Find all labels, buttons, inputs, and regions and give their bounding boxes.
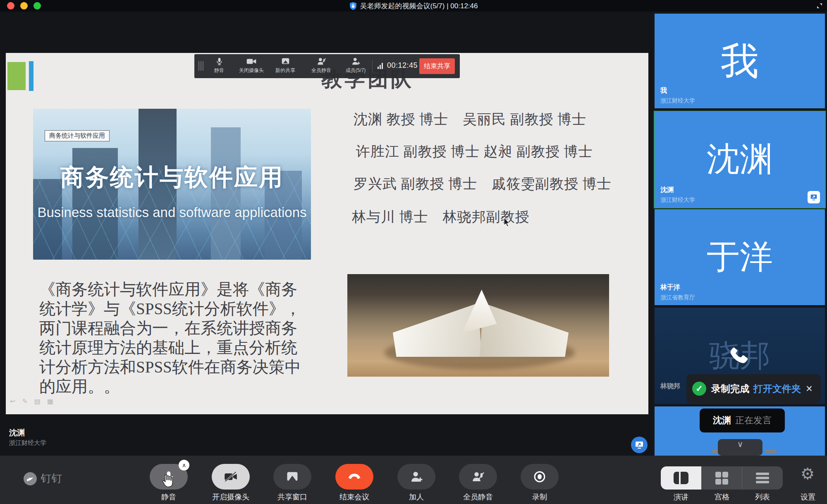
mute-all-button[interactable]: [459, 464, 497, 490]
settings-gear-icon[interactable]: ⚙: [801, 465, 815, 483]
open-book-image: [347, 274, 609, 377]
camera-on-button[interactable]: [212, 464, 250, 490]
share-control-toolbar: 静音 关闭摄像头 新的共享: [194, 54, 460, 78]
view-mode-list[interactable]: [742, 466, 783, 490]
end-share-button[interactable]: 结束共享: [419, 58, 455, 74]
description-line: 统计学》与《SPSS统计分析软件》，: [39, 299, 329, 318]
cover-subheading: Business statistics and software applica…: [33, 205, 311, 220]
record-button[interactable]: [521, 464, 559, 490]
participant-name: 林骁邦: [660, 382, 680, 391]
participants-sidebar: 我 我 浙江财经大学 沈渊 沈渊 浙江财经大学 于洋 林于洋 浙江省教育厅 骁邦: [653, 12, 827, 456]
speaker-view-icon: [674, 472, 688, 484]
brand-name: 钉钉: [41, 471, 62, 486]
participant-tile-yuyang[interactable]: 于洋 林于洋 浙江省教育厅: [655, 209, 825, 305]
presenter-name: 沈渊: [9, 428, 25, 438]
end-meeting-button[interactable]: [335, 464, 373, 490]
description-line: 的应用。。: [39, 377, 329, 396]
view-mode-switcher: [661, 466, 783, 490]
board-icon: ▤: [34, 397, 41, 405]
mute-all-label: 全员静音: [447, 492, 509, 502]
description-line: 统计原理方法的基础上，重点分析统: [39, 338, 329, 357]
screen-sharing-indicator-icon: [631, 437, 648, 453]
slide-blue-accent: [29, 61, 33, 91]
camera-off-icon: [224, 471, 238, 483]
participant-avatar-text: 我: [655, 14, 825, 108]
cover-tag: 商务统计与软件应用: [45, 130, 110, 141]
toolbar-mute-all-button[interactable]: 全员静音: [303, 57, 340, 74]
security-shield-lock-icon: [349, 2, 357, 10]
mute-options-chevron-button[interactable]: ∧: [179, 460, 189, 471]
share-window-icon: [286, 471, 299, 483]
participant-name: 我: [660, 86, 667, 95]
add-person-button[interactable]: [397, 464, 435, 490]
share-screen-icon: [281, 57, 290, 66]
meeting-title: 吴老师发起的视频会议(5/7) | 00:12:46: [360, 1, 478, 11]
members-icon: [351, 57, 360, 66]
speaker-name: 沈渊: [713, 414, 731, 427]
description-line: 计分析方法和SPSS软件在商务决策中: [39, 357, 329, 377]
grid-icon: ▦: [47, 397, 53, 405]
title-bar: 吴老师发起的视频会议(5/7) | 00:12:46: [0, 0, 827, 12]
participant-name: 沈渊: [660, 186, 674, 194]
hand-cursor: [161, 474, 174, 488]
share-window-label: 共享窗口: [261, 492, 323, 502]
partial-text-mark: [766, 449, 777, 453]
pen-icon: ✎: [22, 397, 27, 405]
participant-org: 浙江财经大学: [660, 97, 695, 105]
end-call-icon: [347, 473, 361, 481]
speaker-status: 正在发言: [735, 414, 772, 427]
mic-icon: [216, 57, 223, 66]
grid-view-icon: [715, 472, 728, 485]
chevron-down-icon: ∨: [737, 439, 743, 449]
list-view-icon: [756, 473, 769, 483]
toolbar-camera-button[interactable]: 关闭摄像头: [233, 57, 270, 74]
slide-green-accent: [7, 62, 26, 90]
share-window-button[interactable]: [273, 464, 311, 490]
toolbar-divider: [372, 60, 373, 72]
cover-heading: 商务统计与软件应用: [33, 162, 311, 193]
network-signal-icon: [378, 62, 383, 69]
team-line: 沈渊 教授 博士 吴丽民 副教授 博士: [354, 110, 586, 129]
mouse-cursor: [503, 217, 511, 228]
phone-call-icon: [727, 342, 753, 368]
view-mode-grid[interactable]: [701, 466, 742, 490]
toolbar-mute-button[interactable]: 静音: [201, 57, 238, 74]
collapse-sidebar-button[interactable]: ∨: [718, 439, 762, 456]
mute-all-icon: [317, 57, 326, 66]
book-page-right: [480, 303, 569, 357]
end-meeting-label: 结束会议: [323, 492, 385, 502]
team-line: 许胜江 副教授 博士 赵昶 副教授 博士: [356, 142, 593, 161]
participant-avatar-text: 沈渊: [655, 112, 825, 208]
meeting-window: 吴老师发起的视频会议(5/7) | 00:12:46 教学团队 商务统计与软件应…: [0, 0, 827, 504]
participant-tile-shenyuan[interactable]: 沈渊 沈渊 浙江财经大学: [654, 111, 826, 208]
bottom-control-bar: 钉钉 ∧ 静音 开启摄像头: [0, 456, 827, 504]
description-line: 《商务统计与软件应用》是将《商务: [39, 279, 329, 299]
close-notification-icon[interactable]: ×: [806, 383, 813, 394]
dingtalk-logo-icon: [23, 472, 37, 486]
participant-name: 林于洋: [660, 283, 680, 292]
toolbar-new-share-button[interactable]: 新的共享: [267, 57, 304, 74]
presentation-slide: 教学团队 商务统计与软件应用 商务统计与软件应用 Business statis…: [6, 53, 648, 414]
camera-label: 开启摄像头: [200, 492, 262, 502]
view-mode-speaker[interactable]: [661, 466, 701, 490]
participant-tile-me[interactable]: 我 我 浙江财经大学: [655, 14, 825, 108]
share-timer: 00:12:45: [387, 61, 418, 70]
toolbar-members-button[interactable]: 成员(5/7): [337, 57, 374, 74]
dingtalk-brand: 钉钉: [23, 471, 62, 486]
course-description: 《商务统计与软件应用》是将《商务 统计学》与《SPSS统计分析软件》， 两门课程…: [39, 279, 329, 396]
add-person-icon: [410, 471, 423, 483]
record-label: 录制: [509, 492, 571, 502]
participant-org: 浙江省教育厅: [660, 294, 695, 301]
presenter-org: 浙江财经大学: [9, 439, 46, 447]
notification-text: 录制完成: [711, 382, 749, 395]
mute-label: 静音: [138, 492, 200, 502]
speaking-toast: 沈渊 正在发言: [700, 408, 785, 432]
record-icon: [533, 471, 546, 483]
recording-complete-notification: ✓ 录制完成 打开文件夹 ×: [686, 374, 821, 403]
chevron-up-icon: ∧: [182, 462, 186, 468]
camera-icon: [246, 57, 257, 66]
fullscreen-expand-icon[interactable]: [816, 2, 823, 9]
add-person-label: 加人: [385, 492, 447, 502]
open-folder-link[interactable]: 打开文件夹: [753, 382, 801, 395]
participant-org: 浙江财经大学: [660, 196, 695, 204]
